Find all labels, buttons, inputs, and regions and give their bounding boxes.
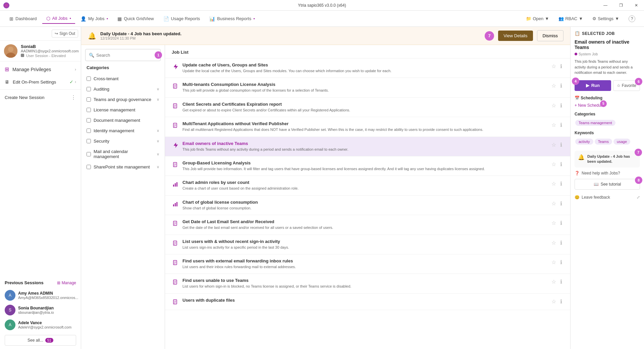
close-button[interactable]: ✕ <box>629 0 644 11</box>
feedback-label: Leave feedback <box>582 195 610 200</box>
cat-checkbox-identity-management[interactable] <box>87 129 91 133</box>
job-item-multitenant-apps[interactable]: MultiTenant Applications without Verifie… <box>165 117 570 137</box>
open-button[interactable]: 📁 Open ▼ <box>523 14 552 23</box>
keyword-tags: activityTeamsusage <box>575 138 640 145</box>
job-info-multitenant-apps[interactable]: ℹ <box>559 121 564 129</box>
job-info-duplicate-files[interactable]: ℹ <box>559 298 564 305</box>
job-info-chart-global-license[interactable]: ℹ <box>559 200 564 207</box>
job-item-update-cache[interactable]: Update cache of Users, Groups and Sites … <box>165 58 570 78</box>
job-star-duplicate-files[interactable]: ☆ <box>550 298 557 305</box>
sign-out-button[interactable]: ↪ Sign Out <box>52 30 78 38</box>
cat-checkbox-auditing[interactable] <box>87 87 91 91</box>
job-star-client-secrets[interactable]: ☆ <box>550 102 557 109</box>
job-star-last-email-date[interactable]: ☆ <box>550 219 557 227</box>
nav-my-jobs[interactable]: 👤 My Jobs ● <box>76 14 112 23</box>
job-info-client-secrets[interactable]: ℹ <box>559 102 564 109</box>
category-item-sharepoint[interactable]: SharePoint site management ∨ <box>81 162 165 172</box>
job-info-list-users-signin[interactable]: ℹ <box>559 239 564 247</box>
run-button[interactable]: 4 ▶ Run <box>575 80 611 91</box>
nav-quick-gridview[interactable]: ▦ Quick GridView <box>113 14 158 23</box>
category-item-identity-management[interactable]: Identity management ∨ <box>81 126 165 136</box>
category-item-auditing[interactable]: Auditing ∨ <box>81 84 165 94</box>
cat-checkbox-license-management[interactable] <box>87 108 91 112</box>
cat-checkbox-mail-calendar[interactable] <box>87 152 91 156</box>
job-info-external-forwarding[interactable]: ℹ <box>559 258 564 266</box>
feedback-button[interactable]: 😊 Leave feedback ⤢ <box>575 193 640 202</box>
job-info-chart-admin-roles[interactable]: ℹ <box>559 180 564 188</box>
job-info-group-based-licensing[interactable]: ℹ <box>559 160 564 168</box>
cat-checkbox-teams-group-governance[interactable] <box>87 97 91 102</box>
nav-usage-reports[interactable]: 📄 Usage Reports <box>159 14 204 23</box>
cat-checkbox-cross-tenant[interactable] <box>87 77 91 81</box>
job-info-last-email-date[interactable]: ℹ <box>559 219 564 227</box>
job-star-group-based-licensing[interactable]: ☆ <box>550 160 557 168</box>
dismiss-button[interactable]: Dismiss <box>537 30 564 41</box>
manage-privileges-item[interactable]: ⊞ Manage Privileges › <box>0 63 81 76</box>
create-session-item[interactable]: Create New Session ⋮ <box>0 91 81 104</box>
rbac-button[interactable]: 👥 RBAC ▼ <box>555 14 586 23</box>
help-button[interactable]: ? <box>625 13 639 24</box>
favorite-button[interactable]: 6 ☆ Favorite <box>613 80 640 91</box>
job-item-chart-global-license[interactable]: Chart of global license consumption Show… <box>165 196 570 215</box>
cat-checkbox-security[interactable] <box>87 139 91 143</box>
job-item-multi-tenants-license[interactable]: Multi-tenants Consumption License Analys… <box>165 78 570 97</box>
nav-business-reports-label: Business Reports <box>217 16 251 21</box>
job-info-update-cache[interactable]: ℹ <box>559 62 564 70</box>
edit-on-prem-item[interactable]: 🖥 Edit On-Prem Settings ✓ › <box>0 76 81 88</box>
job-item-client-secrets[interactable]: Client Secrets and Certificates Expirati… <box>165 98 570 117</box>
job-star-chart-admin-roles[interactable]: ☆ <box>550 180 557 188</box>
session-item-sonia[interactable]: S Sonia Bounardjian sbounardjian@ytria.i… <box>5 303 76 317</box>
job-star-email-owners-inactive[interactable]: ☆ <box>550 141 557 149</box>
category-item-cross-tenant[interactable]: Cross-tenant <box>81 73 165 84</box>
settings-button[interactable]: ⚙ Settings ▼ <box>589 14 623 23</box>
job-item-external-forwarding[interactable]: Find users with external email forwardin… <box>165 254 570 274</box>
nav-dashboard[interactable]: ⊞ Dashboard <box>5 14 41 23</box>
job-item-find-users-teams[interactable]: Find users unable to use Teams List user… <box>165 274 570 293</box>
category-item-teams-group-governance[interactable]: Teams and group governance ∨ <box>81 94 165 105</box>
notif-text: Daily Update - 4 Job has been updated. 1… <box>100 31 481 40</box>
job-star-update-cache[interactable]: ☆ <box>550 62 557 70</box>
maximize-button[interactable]: ❐ <box>613 0 629 11</box>
job-item-last-email-date[interactable]: Get Date of Last Email Sent and/or Recei… <box>165 215 570 235</box>
job-info-find-users-teams[interactable]: ℹ <box>559 278 564 286</box>
tutorial-icon: 📖 <box>594 182 599 187</box>
tutorial-button[interactable]: 8 📖 See tutorial <box>575 179 640 190</box>
job-star-multi-tenants-license[interactable]: ☆ <box>550 82 557 90</box>
cat-checkbox-sharepoint[interactable] <box>87 165 91 169</box>
new-schedule-button[interactable]: + New Schedule 5 <box>575 103 604 108</box>
nav-all-jobs[interactable]: ⬡ All Jobs ● <box>42 14 75 24</box>
job-star-external-forwarding[interactable]: ☆ <box>550 258 557 266</box>
category-item-document-management[interactable]: Document management <box>81 115 165 126</box>
view-details-button[interactable]: View Details <box>498 31 533 41</box>
cat-checkbox-document-management[interactable] <box>87 118 91 122</box>
see-all-button[interactable]: See all... 51 <box>5 335 76 346</box>
nav-business-reports[interactable]: 📊 Business Reports ● <box>205 14 259 23</box>
search-input[interactable] <box>96 53 153 58</box>
job-item-email-owners-inactive[interactable]: Email owners of inactive Teams This job … <box>165 137 570 156</box>
job-info-multi-tenants-license[interactable]: ℹ <box>559 82 564 90</box>
job-star-list-users-signin[interactable]: ☆ <box>550 239 557 247</box>
scheduling-label: Scheduling <box>581 96 602 100</box>
usage-reports-icon: 📄 <box>163 16 169 21</box>
job-star-chart-global-license[interactable]: ☆ <box>550 200 557 207</box>
job-item-list-users-signin[interactable]: List users with & without recent sign-in… <box>165 235 570 254</box>
category-item-license-management[interactable]: License management <box>81 105 165 115</box>
category-item-security[interactable]: Security ∨ <box>81 136 165 146</box>
job-icon-external-forwarding <box>172 259 179 266</box>
job-content-client-secrets: Client Secrets and Certificates Expirati… <box>182 102 547 113</box>
session-item-amy[interactable]: A Amy Ames ADMIN AmyA@M365x85832012.onmi… <box>5 288 76 303</box>
minimize-button[interactable]: — <box>598 0 613 11</box>
category-tag-teams-management: Teams management <box>575 120 615 126</box>
job-item-chart-admin-roles[interactable]: Chart admin roles by user count Create a… <box>165 176 570 195</box>
job-star-find-users-teams[interactable]: ☆ <box>550 278 557 286</box>
job-icon-client-secrets <box>172 102 179 110</box>
category-item-mail-calendar[interactable]: Mail and calendar management ∨ <box>81 146 165 162</box>
selected-job-name: Email owners of inactive Teams <box>575 39 640 50</box>
job-star-multitenant-apps[interactable]: ☆ <box>550 121 557 129</box>
session-item-adele[interactable]: A Adele Vance AdeleV@sygx2.onmicrosoft.c… <box>5 317 76 332</box>
sidebar-top: ↪ Sign Out <box>0 27 81 41</box>
job-info-email-owners-inactive[interactable]: ℹ <box>559 141 564 149</box>
job-item-duplicate-files[interactable]: Users with duplicate files ☆ ℹ <box>165 294 570 310</box>
manage-sessions-link[interactable]: ⊞ Manage <box>57 281 76 285</box>
job-item-group-based-licensing[interactable]: Group-Based Licensing Analysis This Job … <box>165 156 570 176</box>
